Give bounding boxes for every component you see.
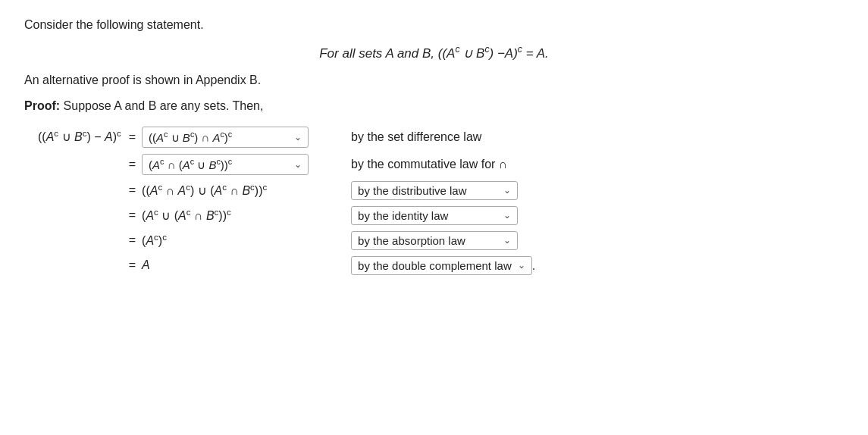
proof-lhs-1: [33, 151, 124, 178]
proof-just-0: by the set difference law: [321, 124, 540, 151]
statement-B: B: [422, 46, 431, 61]
dropdown-rhs-0-text: ((Ac ∪ Bc) ∩ Ac)c: [149, 130, 232, 145]
chevron-down-icon: ⌄: [518, 260, 525, 271]
proof-rhs-3: (Ac ∪ (Ac ∩ Bc))c: [140, 203, 321, 228]
alt-proof-text: An alternative proof is shown in Appendi…: [24, 74, 844, 87]
chevron-down-icon: ⌄: [503, 210, 511, 221]
statement-comma: , ((Ac ∪ Bc) −A)c = A.: [431, 46, 548, 61]
proof-eq-0: =: [124, 124, 140, 151]
dropdown-just-4-text: by the absorption law: [358, 234, 465, 247]
statement: For all sets A and B, ((Ac ∪ Bc) −A)c = …: [24, 44, 844, 61]
proof-just-3: by the identity law ⌄: [321, 203, 540, 228]
chevron-down-icon: ⌄: [294, 132, 302, 142]
proof-lhs-5: [33, 253, 124, 278]
chevron-down-icon: ⌄: [503, 185, 511, 196]
proof-rhs-1: (Ac ∩ (Ac ∪ Bc))c ⌄: [140, 151, 321, 178]
statement-and: and: [393, 46, 422, 61]
proof-eq-5: =: [124, 253, 140, 278]
proof-table: ((Ac ∪ Bc) − A)c = ((Ac ∪ Bc) ∩ Ac)c ⌄ b…: [33, 124, 540, 278]
proof-eq-1: =: [124, 151, 140, 178]
dropdown-rhs-0[interactable]: ((Ac ∪ Bc) ∩ Ac)c ⌄: [142, 127, 309, 148]
proof-eq-3: =: [124, 203, 140, 228]
proof-header: Proof: Suppose A and B are any sets. The…: [24, 99, 844, 113]
proof-lhs-4: [33, 228, 124, 253]
dropdown-just-3[interactable]: by the identity law ⌄: [351, 206, 518, 225]
table-row: ((Ac ∪ Bc) − A)c = ((Ac ∪ Bc) ∩ Ac)c ⌄ b…: [33, 124, 540, 151]
chevron-down-icon: ⌄: [294, 159, 302, 170]
table-row: = A by the double complement law ⌄ .: [33, 253, 540, 278]
proof-rhs-5: A: [140, 253, 321, 278]
table-row: = (Ac ∪ (Ac ∩ Bc))c by the identity law …: [33, 203, 540, 228]
proof-rhs-0: ((Ac ∪ Bc) ∩ Ac)c ⌄: [140, 124, 321, 151]
dropdown-just-5-text: by the double complement law: [358, 259, 512, 272]
just-text-1: by the commutative law for ∩: [351, 158, 507, 171]
dropdown-just-3-text: by the identity law: [358, 209, 448, 222]
proof-just-5: by the double complement law ⌄ .: [321, 253, 540, 278]
statement-A: A: [385, 46, 393, 61]
chevron-down-icon: ⌄: [503, 235, 511, 246]
proof-rhs-2: ((Ac ∩ Ac) ∪ (Ac ∩ Bc))c: [140, 178, 321, 203]
dropdown-just-4[interactable]: by the absorption law ⌄: [351, 231, 518, 250]
proof-just-2: by the distributive law ⌄: [321, 178, 540, 203]
proof-rhs-4: (Ac)c: [140, 228, 321, 253]
dropdown-just-5[interactable]: by the double complement law ⌄: [351, 256, 532, 275]
proof-just-1: by the commutative law for ∩: [321, 151, 540, 178]
proof-header-rest: Suppose A and B are any sets. Then,: [60, 99, 263, 112]
proof-eq-4: =: [124, 228, 140, 253]
proof-just-4: by the absorption law ⌄: [321, 228, 540, 253]
proof-final-value: A: [142, 258, 150, 271]
proof-lhs-2: [33, 178, 124, 203]
table-row: = ((Ac ∩ Ac) ∪ (Ac ∩ Bc))c by the distri…: [33, 178, 540, 203]
proof-lhs-3: [33, 203, 124, 228]
just-text-0: by the set difference law: [351, 130, 481, 143]
table-row: = (Ac)c by the absorption law ⌄: [33, 228, 540, 253]
proof-eq-2: =: [124, 178, 140, 203]
statement-normal: For all sets: [319, 46, 385, 61]
dropdown-rhs-1-text: (Ac ∩ (Ac ∪ Bc))c: [149, 157, 232, 172]
table-row: = (Ac ∩ (Ac ∪ Bc))c ⌄ by the commutative…: [33, 151, 540, 178]
dropdown-rhs-1[interactable]: (Ac ∩ (Ac ∪ Bc))c ⌄: [142, 154, 309, 175]
trailing-period: .: [532, 259, 535, 272]
dropdown-just-2-text: by the distributive law: [358, 184, 466, 197]
proof-bold: Proof:: [24, 99, 60, 112]
dropdown-just-2[interactable]: by the distributive law ⌄: [351, 181, 518, 200]
intro-text: Consider the following statement.: [24, 18, 844, 32]
proof-lhs: ((Ac ∪ Bc) − A)c: [33, 124, 124, 151]
